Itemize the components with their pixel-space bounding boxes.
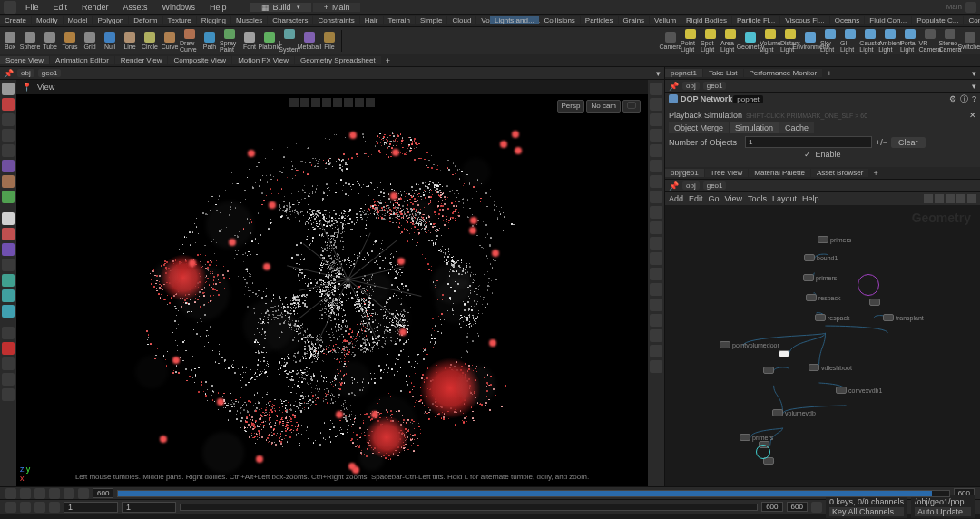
network-node[interactable] (763, 367, 774, 374)
snap-point-icon[interactable] (2, 289, 15, 302)
network-node[interactable]: vdleshboot (808, 364, 852, 371)
shelf-tool-button[interactable]: Volume Light (760, 29, 780, 53)
shelf-tool-button[interactable]: Metaball (299, 29, 319, 53)
net-menu-edit[interactable]: Edit (689, 194, 703, 203)
tab-animation-editor[interactable]: Animation Editor (50, 56, 114, 64)
snap-grid-icon[interactable] (2, 259, 15, 271)
net-opt2-icon[interactable] (935, 194, 944, 203)
shelf-tab[interactable]: Muscles (231, 16, 267, 24)
shelf-tool-button[interactable]: Sky Light (820, 29, 840, 53)
xray-icon[interactable] (650, 160, 662, 172)
shelf-tool-button[interactable]: Tube (40, 29, 60, 53)
shelf-tab[interactable]: Deform (129, 16, 162, 24)
shelf-tool-button[interactable]: Line (120, 29, 140, 53)
construct-tool-icon[interactable] (2, 327, 15, 339)
tab-render-view[interactable]: Render View (115, 56, 168, 64)
lock-icon[interactable] (622, 100, 641, 113)
shelf-tool-button[interactable]: Platonic (260, 29, 279, 53)
help-icon[interactable]: ? (972, 94, 976, 103)
move-tool-icon[interactable] (2, 113, 15, 126)
network-node[interactable]: bound1 (804, 254, 838, 261)
path-geo1[interactable]: geo1 (703, 82, 727, 90)
update-mode-button[interactable]: Auto Update (915, 507, 971, 516)
shelf-tab[interactable]: Hair (360, 16, 383, 24)
shelf-tab[interactable]: Simple (416, 16, 446, 24)
add-tab-button[interactable]: + (382, 56, 394, 65)
net-menu-add[interactable]: Add (669, 194, 683, 203)
cloud-icon[interactable] (965, 2, 976, 13)
shelf-tool-button[interactable]: Torus (60, 29, 80, 53)
net-add-tab[interactable]: + (869, 169, 881, 178)
handle-tool-icon[interactable] (2, 98, 15, 111)
shelf-tab[interactable]: Rigging (197, 16, 230, 24)
param-tab-popnet[interactable]: popnet1 (665, 69, 702, 77)
render-tool-icon[interactable] (2, 228, 15, 240)
nettab-material[interactable]: Material Palette (749, 169, 810, 177)
net-menu-help[interactable]: Help (802, 194, 819, 203)
vopt-8-icon[interactable] (366, 98, 375, 107)
display-opts-icon[interactable] (650, 360, 662, 373)
normals-icon[interactable] (650, 206, 662, 219)
shelf-tool-button[interactable]: Ambient Light (880, 29, 900, 53)
shelf-tab[interactable]: Viscous Fl... (780, 16, 828, 24)
shelf-tab[interactable]: Vellum (650, 16, 681, 24)
magnet-tool-icon[interactable] (2, 342, 15, 355)
net-opt4-icon[interactable] (956, 194, 965, 203)
plus-minus-icon[interactable]: +/− (876, 138, 887, 147)
tab-scene-view[interactable]: Scene View (0, 56, 49, 64)
network-node[interactable]: respack (806, 294, 841, 301)
lasso-tool-icon[interactable] (2, 175, 15, 188)
shelf-tab[interactable]: Container (964, 16, 980, 24)
play-reverse-icon[interactable] (34, 488, 45, 499)
shelf-tab[interactable]: Oceans (830, 16, 865, 24)
shelf-tab[interactable]: Fluid Con... (865, 16, 911, 24)
network-node[interactable]: respack (815, 314, 850, 321)
menu-windows[interactable]: Windows (157, 3, 201, 12)
shaded-icon[interactable] (650, 113, 662, 126)
subtab-cache[interactable]: Cache (779, 122, 814, 133)
shelf-tool-button[interactable]: Environment (800, 29, 820, 53)
subtab-simulation[interactable]: Simulation (730, 122, 779, 133)
menu-edit[interactable]: Edit (48, 3, 74, 12)
node-name-field[interactable]: popnet (733, 95, 762, 103)
menu-render[interactable]: Render (76, 3, 114, 12)
shelf-tool-button[interactable]: Geometry (740, 29, 760, 53)
key-icon[interactable] (34, 502, 45, 513)
range-start-field[interactable]: 600 (761, 502, 782, 512)
nettab-asset[interactable]: Asset Browser (811, 169, 869, 177)
shelf-tab[interactable]: Lights and... (490, 16, 539, 24)
inspect-tool-icon[interactable] (2, 243, 15, 256)
vopt-5-icon[interactable] (333, 98, 342, 107)
point-nums-icon[interactable] (650, 221, 662, 234)
hqlighting-icon[interactable] (650, 314, 662, 327)
menu-file[interactable]: File (20, 3, 44, 12)
tab-composite-view[interactable]: Composite View (168, 56, 231, 64)
frame-start-field[interactable]: 600 (93, 488, 113, 498)
pin-icon[interactable]: 📍 (22, 83, 32, 92)
shelf-tool-button[interactable]: Spray Paint (220, 29, 240, 53)
play-next-icon[interactable] (64, 488, 74, 499)
gear-icon[interactable]: ⚙ (949, 94, 956, 103)
uv-tool-icon[interactable] (2, 357, 15, 370)
shelf-tool-button[interactable]: VR Camera (920, 29, 940, 53)
subtab-object-merge[interactable]: Object Merge (669, 122, 729, 133)
shelf-tab[interactable]: Polygon (93, 16, 128, 24)
shelf-tab[interactable]: Constraints (313, 16, 358, 24)
brain-icon[interactable] (5, 502, 16, 513)
network-node[interactable]: convexvdb1 (836, 387, 882, 394)
scale-tool-icon[interactable] (2, 144, 15, 157)
param-add-tab[interactable]: + (823, 69, 835, 78)
shelf-tool-button[interactable]: File (319, 29, 339, 53)
shelf-tool-button[interactable]: Camera (661, 29, 681, 53)
shelf-tab[interactable]: Model (64, 16, 93, 24)
shading-mode-icon[interactable] (650, 83, 662, 95)
netpath-geo1[interactable]: geo1 (703, 181, 727, 190)
lock-icon[interactable] (20, 502, 31, 513)
shelf-tab[interactable]: Rigid Bodies (681, 16, 731, 24)
shelf-tab[interactable]: Texture (163, 16, 196, 24)
selectable-icon[interactable] (650, 191, 662, 203)
vopt-1-icon[interactable] (289, 98, 299, 107)
path-geo1[interactable]: geo1 (38, 69, 62, 77)
shelf-tool-button[interactable]: Point Light (681, 29, 701, 53)
path-obj[interactable]: obj (682, 82, 700, 90)
